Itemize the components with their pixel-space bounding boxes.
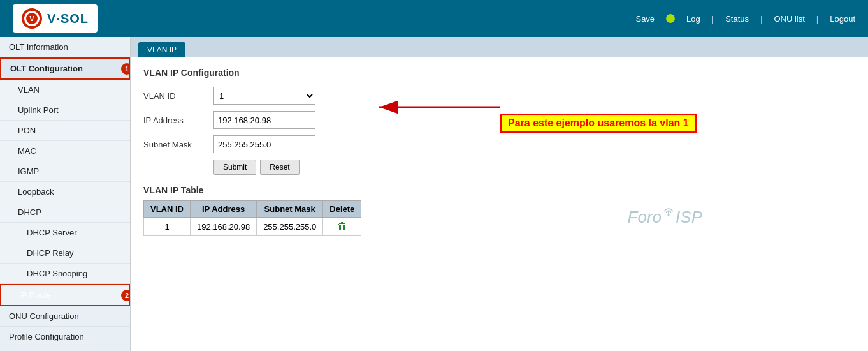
col-delete: Delete bbox=[323, 201, 361, 218]
form-buttons: Submit Reset bbox=[213, 160, 855, 175]
svg-point-2 bbox=[668, 214, 670, 216]
sidebar-item-dhcp-relay[interactable]: DHCP Relay bbox=[0, 243, 130, 264]
watermark-wifi-icon bbox=[662, 205, 676, 222]
col-vlan-id: VLAN ID bbox=[144, 201, 191, 218]
col-subnet-mask: Subnet Mask bbox=[257, 201, 323, 218]
sidebar-item-loopback[interactable]: Loopback bbox=[0, 182, 130, 202]
header: V V·SOL Save Log | Status | ONU list | L… bbox=[0, 0, 868, 37]
watermark-foro: Foro bbox=[628, 207, 662, 227]
sidebar-item-ip-route[interactable]: IP Route 2 bbox=[0, 284, 130, 306]
subnet-mask-label: Subnet Mask bbox=[143, 140, 213, 149]
logo-text: V·SOL bbox=[47, 11, 89, 26]
callout-annotation: Para este ejemplo usaremos la vlan 1 bbox=[500, 114, 697, 133]
ip-address-input[interactable] bbox=[213, 111, 315, 129]
row-subnet-mask: 255.255.255.0 bbox=[257, 218, 323, 236]
reset-button[interactable]: Reset bbox=[260, 160, 299, 175]
col-ip-address: IP Address bbox=[191, 201, 257, 218]
row-vlan-id: 1 bbox=[144, 218, 191, 236]
sidebar-item-system-configuration[interactable]: System Configuration bbox=[0, 347, 130, 351]
subnet-mask-row: Subnet Mask bbox=[143, 135, 855, 153]
watermark-isp: ISP bbox=[676, 207, 702, 227]
logo: V V·SOL bbox=[13, 4, 98, 33]
section-title: VLAN IP Configuration bbox=[143, 68, 855, 78]
main-content: VLAN IP Para este ejemplo usaremos la vl… bbox=[131, 37, 868, 351]
sidebar-item-dhcp-server[interactable]: DHCP Server bbox=[0, 223, 130, 243]
vlan-id-label: VLAN ID bbox=[143, 91, 213, 101]
ip-address-row: IP Address bbox=[143, 111, 855, 129]
tab-vlan-ip[interactable]: VLAN IP bbox=[138, 42, 185, 57]
row-ip-address: 192.168.20.98 bbox=[191, 218, 257, 236]
sidebar-item-olt-configuration[interactable]: OLT Configuration 1 bbox=[0, 57, 130, 80]
subnet-mask-input[interactable] bbox=[213, 135, 315, 153]
sidebar-item-vlan[interactable]: VLAN bbox=[0, 80, 130, 100]
nav-logout[interactable]: Logout bbox=[830, 14, 855, 24]
header-nav: Save Log | Status | ONU list | Logout bbox=[635, 14, 855, 24]
sidebar-item-olt-information[interactable]: OLT Information bbox=[0, 37, 130, 57]
vlan-ip-table: VLAN ID IP Address Subnet Mask Delete 1 … bbox=[143, 200, 361, 236]
status-indicator bbox=[666, 14, 675, 23]
vlan-id-row: VLAN ID 1 bbox=[143, 87, 855, 105]
badge-2: 2 bbox=[121, 290, 131, 301]
sidebar-item-igmp[interactable]: IGMP bbox=[0, 161, 130, 182]
sidebar-item-uplink-port[interactable]: Uplink Port bbox=[0, 100, 130, 121]
table-row: 1 192.168.20.98 255.255.255.0 🗑 bbox=[144, 218, 361, 236]
content-area: Para este ejemplo usaremos la vlan 1 VLA… bbox=[131, 57, 868, 246]
sidebar-item-pon[interactable]: PON bbox=[0, 121, 130, 141]
vlan-id-select[interactable]: 1 bbox=[213, 87, 315, 105]
save-button[interactable]: Save bbox=[635, 14, 655, 24]
sidebar-item-dhcp[interactable]: DHCP bbox=[0, 202, 130, 223]
sidebar: OLT Information OLT Configuration 1 VLAN… bbox=[0, 37, 131, 351]
sidebar-item-dhcp-snooping[interactable]: DHCP Snooping bbox=[0, 264, 130, 284]
sidebar-item-onu-configuration[interactable]: ONU Configuration bbox=[0, 306, 130, 327]
watermark: Foro ISP bbox=[628, 207, 702, 227]
ip-address-label: IP Address bbox=[143, 116, 213, 125]
row-delete-cell: 🗑 bbox=[323, 218, 361, 236]
main-layout: OLT Information OLT Configuration 1 VLAN… bbox=[0, 37, 868, 351]
nav-status[interactable]: Status bbox=[725, 14, 749, 24]
table-title: VLAN IP Table bbox=[143, 185, 855, 195]
tab-bar: VLAN IP bbox=[131, 37, 868, 57]
submit-button[interactable]: Submit bbox=[213, 160, 256, 175]
nav-log[interactable]: Log bbox=[686, 14, 700, 24]
sidebar-item-profile-configuration[interactable]: Profile Configuration bbox=[0, 327, 130, 347]
nav-onu-list[interactable]: ONU list bbox=[774, 14, 804, 24]
logo-icon: V bbox=[22, 8, 42, 29]
sidebar-item-mac[interactable]: MAC bbox=[0, 141, 130, 161]
badge-1: 1 bbox=[121, 63, 131, 75]
delete-icon[interactable]: 🗑 bbox=[337, 221, 347, 232]
